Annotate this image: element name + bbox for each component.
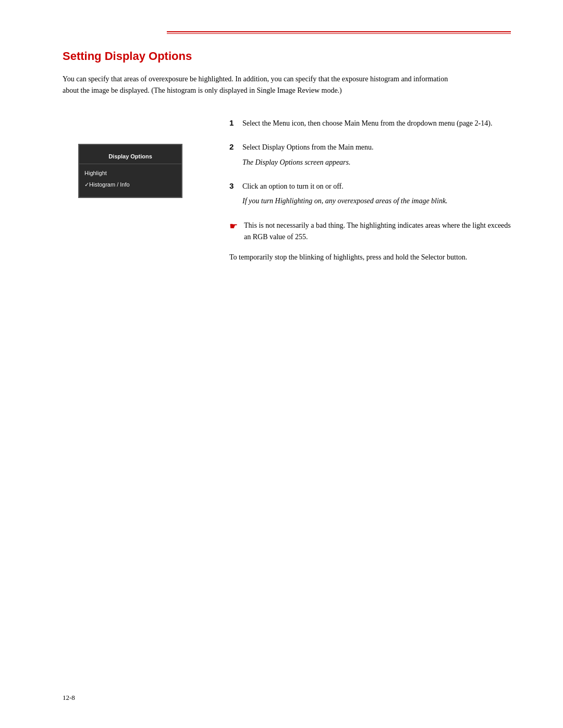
step-3-content: Click an option to turn it on or off. If… <box>242 181 511 211</box>
step-3-number: 3 <box>229 181 242 190</box>
closing-text: To temporarily stop the blinking of high… <box>229 252 511 263</box>
step-2: 2 Select Display Options from the Main m… <box>229 142 511 171</box>
screen-title: Display Options <box>79 151 181 164</box>
step-3: 3 Click an option to turn it on or off. … <box>229 181 511 211</box>
steps-block: 1 Select the Menu icon, then choose Main… <box>229 118 511 263</box>
right-panel: 1 Select the Menu icon, then choose Main… <box>219 113 511 263</box>
screen-mockup: Display Options Highlight ✓Histogram / I… <box>78 144 182 198</box>
section-title: Setting Display Options <box>63 50 511 63</box>
screen-item-highlight: Highlight <box>79 167 181 179</box>
step-3-italic: If you turn Highlighting on, any overexp… <box>242 195 511 207</box>
top-rule-thin <box>167 33 511 34</box>
page: Setting Display Options You can specify … <box>0 0 563 728</box>
step-2-main: Select Display Options from the Main men… <box>242 142 511 153</box>
step-2-content: Select Display Options from the Main men… <box>242 142 511 171</box>
step-1-text: Select the Menu icon, then choose Main M… <box>242 118 511 129</box>
note-text: This is not necessarily a bad thing. The… <box>244 220 511 243</box>
step-2-number: 2 <box>229 142 242 151</box>
page-number: 12-8 <box>63 694 75 702</box>
step-2-italic: The Display Options screen appears. <box>242 157 511 168</box>
top-rule-thick <box>167 31 511 32</box>
step-1-content: Select the Menu icon, then choose Main M… <box>242 118 511 132</box>
step-3-main: Click an option to turn it on or off. <box>242 181 511 192</box>
screen-item-histogram: ✓Histogram / Info <box>79 179 181 191</box>
intro-paragraph: You can specify that areas of overexposu… <box>63 73 454 97</box>
note-block: ☛ This is not necessarily a bad thing. T… <box>229 220 511 243</box>
note-icon: ☛ <box>229 220 244 232</box>
left-panel: Display Options Highlight ✓Histogram / I… <box>63 113 219 263</box>
content-area: Display Options Highlight ✓Histogram / I… <box>63 113 511 263</box>
step-1-number: 1 <box>229 118 242 127</box>
step-1: 1 Select the Menu icon, then choose Main… <box>229 118 511 132</box>
